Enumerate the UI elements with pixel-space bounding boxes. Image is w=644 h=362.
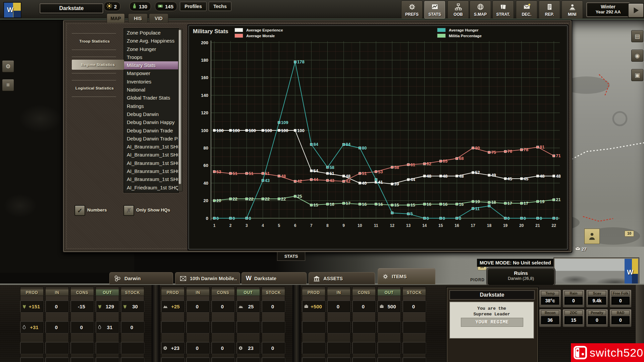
list-scrollbar[interactable] <box>178 29 182 191</box>
hex-type-label: Ruins <box>488 270 554 276</box>
left-edge-list-button[interactable]: ≡ <box>2 79 14 91</box>
svg-text:6: 6 <box>294 223 297 228</box>
topbar-button-dec[interactable]: DEC. <box>516 1 537 19</box>
techs-button[interactable]: Techs <box>209 2 231 11</box>
food-icon <box>379 304 384 309</box>
list-item-debug-darwin-happy[interactable]: Debug Darwin Happy <box>124 118 178 126</box>
counter-icon <box>179 275 187 282</box>
list-item-ai-braunraum-1st-shq[interactable]: AI_Braunraum_1st SHQ <box>124 159 178 167</box>
prod-cell-empty <box>121 342 144 354</box>
list-item-ratings[interactable]: Ratings <box>124 102 178 110</box>
fuel-resource[interactable]: 130 <box>129 2 151 11</box>
svg-text:100: 100 <box>265 128 272 133</box>
hex-stat-label: Penalty <box>588 310 606 315</box>
bottom-tab-darkstate[interactable]: WDarkstate <box>241 272 307 284</box>
hex-stat-value: 36 <box>541 316 559 324</box>
right-edge-grid-button[interactable]: ▣ <box>631 69 643 81</box>
bottom-tab-assets[interactable]: ASSETS <box>309 272 375 284</box>
numbers-checkbox-label: Numbers <box>87 207 107 213</box>
list-item-ai-braunraum-1st-shq[interactable]: AI_Braunraum_1st SHQ <box>124 143 178 151</box>
svg-text:3: 3 <box>246 223 248 228</box>
list-item-military-stats[interactable]: Military Stats <box>124 61 178 69</box>
bottom-tab-items[interactable]: ITEMS <box>378 268 435 284</box>
political-points-resource[interactable]: 2 <box>104 2 120 11</box>
svg-text:20: 20 <box>204 198 208 203</box>
topbar-button-stats[interactable]: STATS <box>424 1 445 19</box>
hex-stat-temp: Temp38°c <box>539 290 561 308</box>
svg-text:0: 0 <box>507 216 510 221</box>
svg-text:100: 100 <box>216 128 224 133</box>
bottom-tab-darwin[interactable]: Darwin <box>109 272 173 284</box>
topbar-button-oob[interactable]: OOB <box>447 1 469 19</box>
list-item-debug-darwin-trade[interactable]: Debug Darwin Trade <box>124 127 178 135</box>
list-item-ai-braunraum-1st-shq[interactable]: AI_Braunraum_1st SHQ <box>124 167 178 175</box>
prod-cell-empty <box>327 357 351 362</box>
regime-message-line1: You are the <box>450 306 533 311</box>
list-item-ai-braunraum-1st-shq[interactable]: AI_Braunraum_1st SHQ <box>124 151 178 159</box>
svg-text:44: 44 <box>410 177 415 182</box>
right-edge-panel-button[interactable]: ▤ <box>631 30 643 42</box>
svg-text:100: 100 <box>201 128 208 133</box>
list-item-troops[interactable]: Troops <box>124 53 178 61</box>
pin-icon <box>569 3 576 11</box>
prod-cell-empty <box>70 342 94 354</box>
message-counter-2[interactable]: 27 <box>575 246 586 252</box>
topbar-button-strat[interactable]: STRAT. <box>492 1 514 19</box>
svg-text:19: 19 <box>540 199 544 204</box>
topbar-button-rep[interactable]: REP. <box>539 1 560 19</box>
prod-cell-empty <box>262 321 285 333</box>
legend-swatch <box>437 34 446 38</box>
svg-text:45: 45 <box>507 176 512 181</box>
svg-text:48: 48 <box>556 174 560 179</box>
your-regime-button[interactable]: YOUR REGIME <box>461 318 523 327</box>
only-show-hqs-checkbox[interactable]: ✗ <box>123 205 134 216</box>
list-item-zone-hunger[interactable]: Zone Hunger <box>124 45 178 53</box>
svg-text:51: 51 <box>362 171 367 176</box>
credits-resource[interactable]: 145 <box>155 2 177 11</box>
list-item-debug-darwin-trade-pi[interactable]: Debug Darwin Trade Pi <box>124 135 178 143</box>
list-item-debug-darwin[interactable]: Debug Darwin <box>124 110 178 118</box>
topbar-button-mini[interactable]: MINI <box>561 1 583 19</box>
left-edge-tool-button[interactable]: ⚙ <box>2 60 14 72</box>
prod-cell-empty <box>377 357 401 362</box>
scrollbar-thumb[interactable] <box>179 30 181 184</box>
list-item-zone-avg-happiness[interactable]: Zone Avg. Happiness <box>124 37 178 45</box>
category-regime-statistics[interactable]: Regime Statistics <box>72 60 124 70</box>
profiles-button[interactable]: Profiles <box>180 2 207 11</box>
stats-footer-tab: STATS <box>277 252 305 261</box>
prod-cell-empty <box>121 357 144 362</box>
numbers-checkbox[interactable]: ✓ <box>74 205 85 216</box>
drop-icon <box>22 325 26 329</box>
category-logistical-statistics[interactable]: Logistical Statistics <box>72 83 117 93</box>
unit-sprite[interactable] <box>584 229 600 244</box>
topbar-button-smap[interactable]: S.MAP <box>470 1 491 19</box>
list-item-manpower[interactable]: Manpower <box>124 69 178 77</box>
svg-text:22: 22 <box>265 196 270 201</box>
watermark: switch520 <box>571 343 644 362</box>
svg-text:51: 51 <box>232 171 237 176</box>
end-turn-button[interactable] <box>628 3 644 18</box>
svg-text:20: 20 <box>216 198 221 203</box>
category-troop-statistics[interactable]: Troop Statistics <box>72 36 117 46</box>
view-tab-map[interactable]: MAP <box>107 13 125 23</box>
column-header-prod: PROD <box>20 289 44 296</box>
svg-text:80: 80 <box>475 145 480 150</box>
right-edge-target-button[interactable]: ◉ <box>631 50 643 62</box>
bottom-tab-10th-darwin-mobile-[interactable]: 10th Darwin Mobile.. <box>175 272 240 284</box>
list-item-ai-friedraum-1st-shq[interactable]: AI_Friedraum_1st SHQ <box>124 184 178 192</box>
view-tab-vid[interactable]: VID <box>149 13 168 23</box>
svg-text:0: 0 <box>249 216 251 221</box>
svg-text:0: 0 <box>206 216 208 221</box>
topbar-button-prefs[interactable]: PREFS <box>401 1 423 19</box>
prod-cell-empty <box>96 342 119 354</box>
regime-flag: W <box>3 2 21 18</box>
list-item-global-trader-stats[interactable]: Global Trader Stats <box>124 94 178 102</box>
list-item-zone-populace[interactable]: Zone Populace <box>124 29 178 37</box>
view-tab-his[interactable]: HIS <box>128 13 148 23</box>
prod-cell-empty <box>20 357 44 362</box>
list-item-ai-braunraum-1st-shq[interactable]: AI_Braunraum_1st SHQ <box>124 175 178 183</box>
list-item-inventories[interactable]: Inventories <box>124 78 178 86</box>
prod-cell: 0 <box>352 300 376 312</box>
prod-cell: 0 <box>262 342 285 354</box>
list-item-national[interactable]: National <box>124 86 178 94</box>
